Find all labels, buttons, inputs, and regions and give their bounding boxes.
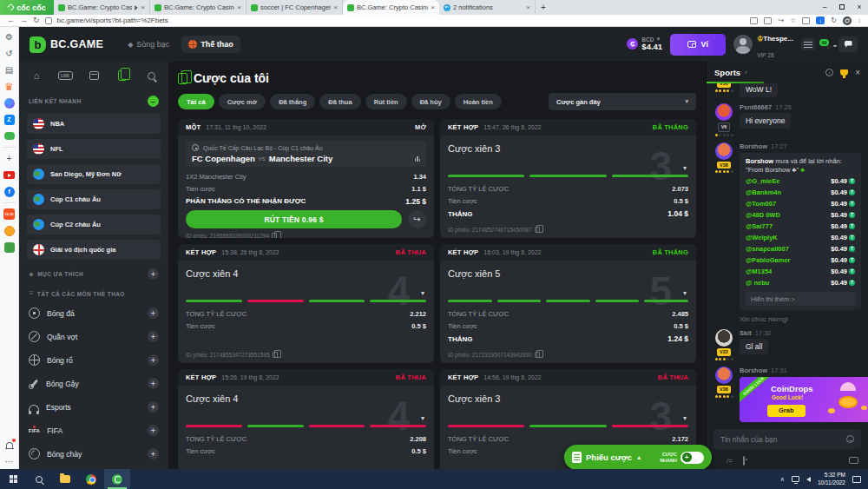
- expand-icon[interactable]: +: [148, 378, 159, 389]
- filter-cancelled[interactable]: Đã hủy: [411, 94, 450, 109]
- file-explorer-icon[interactable]: [52, 469, 78, 489]
- youtube-icon[interactable]: [3, 169, 15, 181]
- collapse-button[interactable]: –: [148, 96, 159, 107]
- back-icon[interactable]: ←: [7, 17, 15, 24]
- share-bet-button[interactable]: ↪: [408, 210, 426, 228]
- sport-esports[interactable]: Esports+: [27, 396, 161, 418]
- quick-link-nfl[interactable]: NFL: [27, 139, 161, 159]
- tab-2[interactable]: BC.Game: Crypto Casino Gar×: [150, 0, 247, 15]
- tab-close-icon[interactable]: ×: [237, 3, 241, 11]
- coccoc-taskbar-icon[interactable]: [104, 469, 130, 489]
- quick-link-cup-c2[interactable]: Cúp C2 châu Âu: [27, 215, 161, 235]
- downloads-arrow-icon[interactable]: ↓: [858, 17, 861, 24]
- expand-icon[interactable]: +: [148, 448, 159, 459]
- betslip-fab[interactable]: Phiếu cược ▲ CƯỢC NHANH +: [564, 445, 712, 470]
- expand-caret-icon[interactable]: ▾: [683, 289, 687, 297]
- url-text[interactable]: bc.game/vi/sports?bt-path=%2Fbets: [57, 17, 168, 24]
- taskbar-search-icon[interactable]: [26, 469, 52, 489]
- avatar[interactable]: [715, 329, 733, 347]
- facebook-icon[interactable]: f: [3, 186, 15, 197]
- tab-3[interactable]: soccer | FC Copenhagen vs M×: [247, 0, 343, 15]
- download-icon[interactable]: ↓: [816, 17, 825, 24]
- balance-selector[interactable]: ₵ BCD▼ $4.41: [627, 36, 662, 52]
- chat-username[interactable]: Skit: [740, 329, 752, 337]
- copy-icon[interactable]: [273, 352, 278, 358]
- reload-icon[interactable]: ↻: [33, 17, 40, 24]
- stats-icon[interactable]: [415, 156, 421, 162]
- info-icon[interactable]: i: [825, 69, 833, 76]
- nav-sports[interactable]: Thế thao: [181, 36, 240, 53]
- volume-icon[interactable]: [806, 477, 811, 482]
- coccoc-logo[interactable]: cốc cốc: [0, 0, 54, 15]
- start-button[interactable]: [0, 469, 26, 489]
- sync-icon[interactable]: ↻: [831, 17, 837, 24]
- zalo-icon[interactable]: Z: [3, 114, 15, 125]
- wallet-button[interactable]: Ví: [670, 34, 726, 56]
- expand-icon[interactable]: +: [148, 401, 159, 413]
- avatar[interactable]: [715, 367, 733, 384]
- filter-lost[interactable]: Đã thua: [319, 94, 361, 109]
- sport-fifa[interactable]: FIFAFIFA+: [27, 420, 161, 441]
- my-bets-icon[interactable]: [115, 69, 129, 82]
- translate-icon[interactable]: [764, 17, 772, 24]
- tab-1[interactable]: BC.Game: Crypto Casino×: [54, 0, 150, 15]
- sport-soccer[interactable]: Bóng đá+: [27, 302, 161, 324]
- trophy-icon[interactable]: [840, 69, 848, 76]
- tab-5[interactable]: 2 notifications×: [439, 0, 536, 15]
- avatar[interactable]: [715, 103, 733, 121]
- filter-all[interactable]: Tất cả: [178, 94, 214, 109]
- chat-message-input[interactable]: Tin nhắn của bạn: [713, 429, 861, 449]
- chat-username[interactable]: Borshow: [740, 367, 767, 374]
- quick-link-sandiego[interactable]: San Diego, Mỹ Đơn Nữ: [27, 164, 161, 184]
- schedule-icon[interactable]: [87, 69, 101, 82]
- clock[interactable]: 5:32 PM10/11/2022: [818, 472, 845, 486]
- shopee-icon[interactable]: [3, 225, 15, 236]
- bookmark-star-icon[interactable]: ☆: [790, 17, 796, 24]
- emoji-icon[interactable]: [846, 435, 854, 443]
- show-more-button[interactable]: Hiển thị thêm >: [746, 292, 855, 306]
- share-icon[interactable]: ↪: [778, 17, 784, 24]
- tab-4-active[interactable]: BC.Game: Crypto Casino Gar×: [343, 0, 439, 15]
- settings-gear-icon[interactable]: ⚙: [3, 31, 15, 43]
- vip-crown-icon[interactable]: ♛: [3, 81, 15, 92]
- sale-1510-icon[interactable]: 15.10: [3, 208, 15, 220]
- match-box[interactable]: Quốc Tế Cấp Câu Lạc Bộ - Cúp C1 châu Âu …: [186, 141, 426, 167]
- expand-icon[interactable]: +: [148, 425, 159, 436]
- search-icon[interactable]: [144, 69, 158, 82]
- sport-cricket[interactable]: Bóng Gậy+: [27, 373, 161, 394]
- home-icon[interactable]: ⌂: [30, 69, 43, 82]
- expand-caret-icon[interactable]: ▾: [421, 289, 424, 297]
- chat-username[interactable]: Borshow: [740, 142, 767, 150]
- network-icon[interactable]: [792, 476, 799, 482]
- avatar[interactable]: [715, 142, 733, 160]
- tray-expand-icon[interactable]: ∧: [780, 476, 785, 483]
- copy-icon[interactable]: [535, 352, 540, 358]
- giftcard-icon[interactable]: [849, 457, 858, 464]
- chat-username[interactable]: Psnt66667: [740, 103, 772, 111]
- sport-basketball[interactable]: Bóng rổ+: [27, 349, 161, 371]
- chat-rules-icon[interactable]: /=: [727, 457, 733, 465]
- filter-won[interactable]: Đã thắng: [270, 94, 315, 109]
- notifications-bell-icon[interactable]: [3, 439, 15, 451]
- games-icon[interactable]: [3, 130, 15, 142]
- expand-caret-icon[interactable]: ▾: [683, 164, 687, 172]
- copy-icon[interactable]: [272, 233, 277, 238]
- sport-baseball[interactable]: Bóng chày+: [27, 443, 161, 465]
- quick-link-nba[interactable]: NBA: [27, 114, 161, 134]
- reading-list-icon[interactable]: ▤: [3, 64, 15, 76]
- tab-close-icon[interactable]: ×: [526, 3, 530, 11]
- filter-open[interactable]: Cược mở: [219, 94, 266, 109]
- chevron-right-icon[interactable]: ›: [745, 69, 747, 76]
- chat-toggle-icon[interactable]: [838, 36, 858, 52]
- bet-list-icon[interactable]: [801, 38, 815, 50]
- sort-dropdown[interactable]: Cược gần đây▾: [549, 93, 696, 110]
- cashout-button[interactable]: RÚT TIỀN 0.96 $: [186, 210, 402, 228]
- copy-icon[interactable]: [535, 227, 540, 233]
- profile-icon[interactable]: @: [843, 17, 852, 25]
- bcgame-logo[interactable]: b BC.GAME: [30, 36, 103, 53]
- more-icon[interactable]: ⋯: [3, 456, 15, 467]
- quick-bet-toggle[interactable]: +: [681, 452, 704, 464]
- close-window-button[interactable]: ×: [851, 0, 868, 15]
- maximize-button[interactable]: [833, 0, 851, 15]
- green-app-icon[interactable]: [3, 241, 15, 253]
